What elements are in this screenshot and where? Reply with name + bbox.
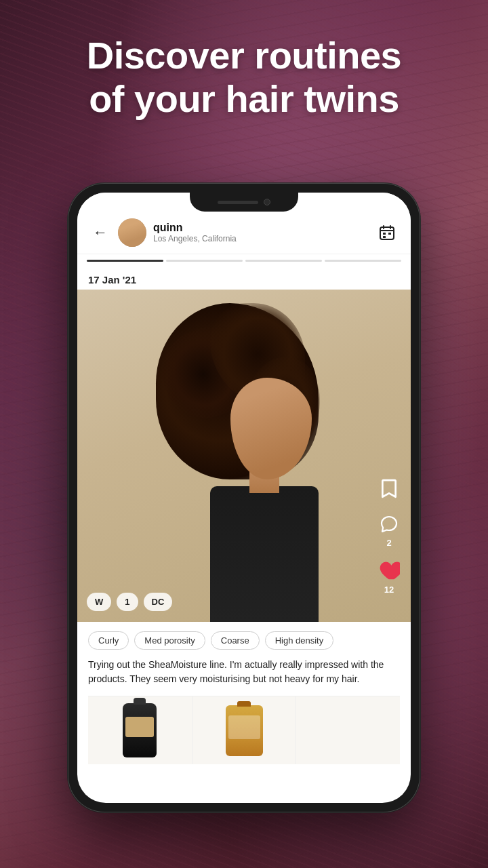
svg-rect-5 xyxy=(388,233,391,235)
calendar-button[interactable] xyxy=(375,221,399,244)
post-photo: 2 12 W xyxy=(77,290,411,622)
badge-1: 1 xyxy=(117,593,138,611)
bookmark-icon xyxy=(377,477,401,501)
heart-icon xyxy=(377,559,401,583)
svg-rect-0 xyxy=(380,227,394,239)
user-location: Los Angeles, California xyxy=(153,234,375,243)
tag-med-porosity[interactable]: Med porosity xyxy=(134,631,205,650)
avatar[interactable] xyxy=(118,218,146,247)
like-count: 12 xyxy=(384,585,394,595)
phone-mockup: ← quinn Los Angeles, California xyxy=(68,183,420,812)
hero-section: Discover routines of your hair twins xyxy=(0,34,488,121)
bottle-label xyxy=(125,717,154,737)
comment-button[interactable]: 2 xyxy=(377,512,401,548)
profile-info: quinn Los Angeles, California xyxy=(153,222,375,243)
product-strip xyxy=(88,696,400,764)
tag-coarse[interactable]: Coarse xyxy=(211,631,260,650)
back-button[interactable]: ← xyxy=(89,222,111,243)
speaker-grille xyxy=(218,201,258,204)
phone-outer-shell: ← quinn Los Angeles, California xyxy=(68,183,420,812)
product-tube-icon xyxy=(226,705,263,756)
hair-type-badges: W 1 DC xyxy=(87,593,172,611)
post-info-section: Curly Med porosity Coarse High density T… xyxy=(77,622,411,764)
hero-title: Discover routines of your hair twins xyxy=(27,34,461,121)
post-caption: Trying out the SheaMoisture line. I'm ac… xyxy=(88,658,400,696)
phone-notch xyxy=(190,193,298,212)
svg-rect-6 xyxy=(383,236,386,238)
comment-icon xyxy=(377,512,401,536)
tag-high-density[interactable]: High density xyxy=(265,631,334,650)
torso xyxy=(210,486,319,622)
comment-count: 2 xyxy=(386,538,391,548)
avatar-face xyxy=(118,218,146,247)
like-button[interactable]: 12 xyxy=(377,559,401,595)
product-item-3[interactable] xyxy=(296,696,400,764)
front-camera xyxy=(264,199,270,205)
story-bar-3 xyxy=(245,260,322,262)
story-progress-bars xyxy=(77,254,411,267)
calendar-icon xyxy=(378,224,396,241)
tag-curly[interactable]: Curly xyxy=(88,631,129,650)
hair-tags: Curly Med porosity Coarse High density xyxy=(88,631,400,650)
story-bar-2 xyxy=(166,260,243,262)
story-bar-1 xyxy=(87,260,163,262)
person-silhouette xyxy=(136,296,352,622)
product-item-2[interactable] xyxy=(192,696,297,764)
face xyxy=(230,378,312,479)
side-actions: 2 12 xyxy=(377,477,401,595)
product-item-1[interactable] xyxy=(88,696,192,764)
bookmark-button[interactable] xyxy=(377,477,401,501)
svg-rect-4 xyxy=(383,233,386,235)
phone-screen-container: ← quinn Los Angeles, California xyxy=(77,193,411,803)
product-bottle-icon xyxy=(123,703,157,757)
badge-w: W xyxy=(87,593,111,611)
tube-label xyxy=(228,715,260,739)
screen-content: ← quinn Los Angeles, California xyxy=(77,193,411,803)
username: quinn xyxy=(153,222,375,234)
story-bar-4 xyxy=(325,260,401,262)
post-date: 17 Jan '21 xyxy=(77,267,411,290)
badge-dc: DC xyxy=(144,593,173,611)
back-arrow-icon: ← xyxy=(93,224,108,241)
